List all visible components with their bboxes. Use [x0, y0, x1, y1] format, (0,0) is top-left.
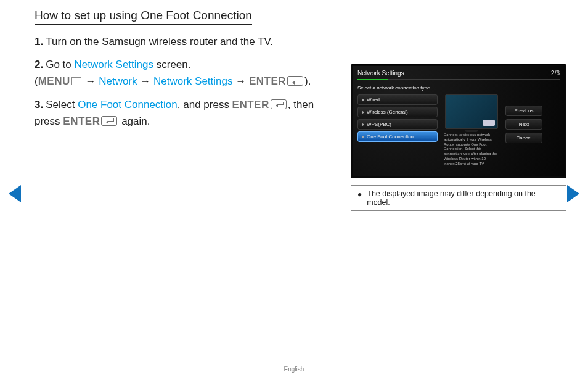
arrow: →	[233, 75, 249, 87]
tv-cancel-button[interactable]: Cancel	[505, 133, 542, 143]
step-number: 3.	[35, 99, 43, 110]
enter-icon	[101, 116, 117, 126]
prev-page-arrow[interactable]	[9, 185, 21, 202]
key-enter: ENTER	[63, 115, 100, 127]
step-text: again.	[118, 115, 150, 127]
step-text: Select	[46, 99, 78, 110]
tv-previous-button[interactable]: Previous	[505, 106, 542, 116]
step-text: screen.	[153, 59, 190, 70]
tv-preview: Connect to wireless network automaticall…	[444, 94, 499, 168]
tv-item-wired[interactable]: Wired	[357, 94, 438, 105]
enter-icon	[271, 99, 287, 109]
ofc-logo-icon	[483, 120, 495, 126]
step-1: 1.Turn on the Samsugn wireless router an…	[35, 33, 324, 50]
tv-monitor-icon	[445, 94, 498, 129]
step-2: 2.Go to Network Settings screen. (MENU →…	[35, 56, 324, 89]
link-one-foot-connection: One Foot Connection	[78, 99, 178, 110]
tv-page-indicator: 2/6	[551, 70, 560, 77]
step-text: ).	[304, 75, 311, 87]
tv-item-label: One Foot Connection	[367, 134, 414, 139]
link-network-settings: Network Settings	[75, 59, 154, 70]
tv-item-label: WPS(PBC)	[367, 122, 391, 127]
tv-description: Connect to wireless network automaticall…	[444, 131, 499, 168]
arrow: →	[83, 75, 99, 87]
tv-item-label: Wired	[367, 97, 380, 102]
tv-item-wireless[interactable]: Wireless (General)	[357, 107, 438, 117]
tv-item-label: Wireless (General)	[367, 109, 408, 115]
next-page-arrow[interactable]	[567, 185, 579, 202]
step-number: 2.	[35, 59, 43, 70]
step-text: Go to	[46, 59, 74, 70]
page-title: How to set up using One Foot Connection	[35, 9, 252, 25]
bullet-icon: ●	[357, 191, 362, 207]
step-3: 3.Select One Foot Connection, and press …	[35, 96, 324, 130]
tv-screenshot: Network Settings 2/6 Select a network co…	[351, 64, 566, 178]
link-network-settings: Network Settings	[153, 75, 233, 87]
arrow: →	[137, 75, 153, 87]
tv-button-column: Previous Next Cancel	[505, 106, 542, 168]
note-box: ● The displayed image may differ dependi…	[351, 185, 566, 211]
tv-subtitle: Select a network connection type.	[357, 85, 560, 91]
instruction-list: 1.Turn on the Samsugn wireless router an…	[35, 33, 324, 136]
tv-progress-bar	[357, 79, 560, 80]
step-text: Turn on the Samsugn wireless router and …	[46, 36, 273, 48]
tv-item-one-foot-connection[interactable]: One Foot Connection	[357, 131, 438, 142]
tv-next-button[interactable]: Next	[505, 119, 542, 130]
step-number: 1.	[35, 36, 43, 48]
tv-title: Network Settings	[357, 70, 404, 77]
tv-connection-list: Wired Wireless (General) WPS(PBC) One Fo…	[357, 94, 438, 168]
key-enter: ENTER	[249, 75, 286, 87]
tv-item-wps[interactable]: WPS(PBC)	[357, 119, 438, 130]
key-enter: ENTER	[232, 99, 269, 110]
note-text: The displayed image may differ depending…	[367, 189, 560, 207]
link-network: Network	[99, 75, 137, 87]
step-text: , and press	[178, 99, 232, 110]
enter-icon	[287, 76, 303, 86]
footer-language: English	[0, 366, 588, 373]
menu-icon	[71, 77, 81, 85]
key-menu: MENU	[38, 75, 70, 87]
